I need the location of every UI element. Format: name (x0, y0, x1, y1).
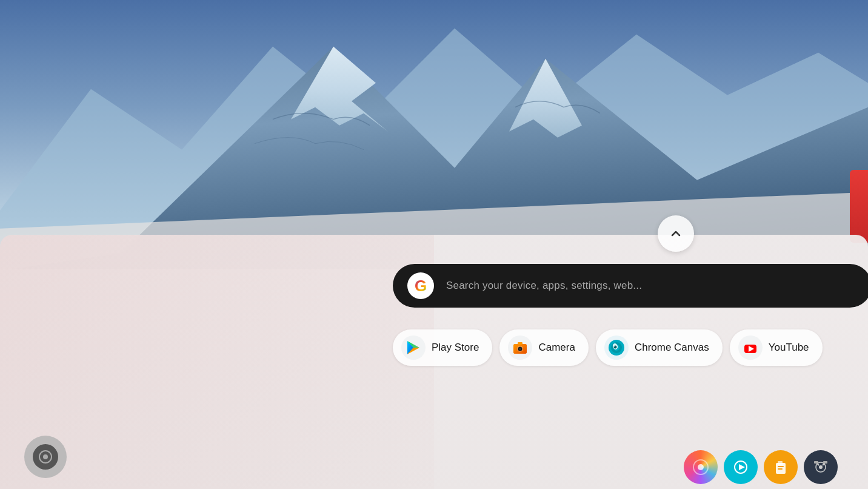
chevron-up-icon (669, 226, 683, 241)
svg-rect-20 (518, 342, 522, 345)
svg-point-25 (613, 346, 616, 349)
play-store-chip[interactable]: Play Store (393, 329, 492, 366)
svg-marker-35 (739, 464, 745, 470)
svg-rect-37 (778, 461, 783, 465)
satellite-svg (812, 458, 830, 476)
svg-rect-39 (778, 468, 783, 470)
svg-point-31 (43, 454, 48, 459)
youtube-chip[interactable]: YouTube (730, 329, 823, 366)
satellite-app-icon[interactable] (804, 450, 838, 484)
launcher-button-inner (33, 444, 58, 470)
app-shelf-row: Play Store Camera (393, 329, 823, 366)
taskbar-icons (684, 450, 838, 484)
play-store-icon (401, 336, 426, 360)
launcher-icon (37, 448, 54, 465)
chrome-canvas-icon (604, 336, 629, 360)
play-store-svg (406, 340, 421, 356)
svg-rect-44 (814, 461, 818, 464)
camera-chip[interactable]: Camera (499, 329, 588, 366)
youtube-svg (741, 339, 760, 357)
youtube-icon (738, 336, 763, 360)
chrome-canvas-svg (607, 339, 626, 357)
red-accent-decoration (850, 170, 868, 243)
camera-svg (512, 339, 529, 356)
svg-point-33 (698, 464, 704, 470)
files-svg (772, 458, 790, 476)
svg-rect-45 (823, 461, 827, 464)
play-store-label: Play Store (432, 342, 479, 354)
media-player-icon[interactable] (724, 450, 758, 484)
search-bar[interactable]: G Search your device, apps, settings, we… (393, 264, 868, 308)
svg-point-18 (519, 348, 521, 350)
chrome-canvas-chip[interactable]: Chrome Canvas (596, 329, 723, 366)
multicolor-app-icon[interactable] (684, 450, 718, 484)
launcher-button[interactable] (24, 436, 67, 478)
google-g-letter: G (415, 277, 427, 295)
chrome-canvas-label: Chrome Canvas (635, 342, 709, 354)
svg-point-26 (614, 346, 615, 347)
search-placeholder-text: Search your device, apps, settings, web.… (446, 280, 642, 292)
multicolor-svg (692, 458, 710, 476)
youtube-label: YouTube (769, 342, 809, 354)
camera-label: Camera (538, 342, 575, 354)
camera-icon (508, 336, 532, 360)
mountain-illustration (0, 0, 868, 269)
svg-rect-38 (778, 466, 784, 467)
launcher-arrow-button[interactable] (658, 215, 694, 252)
svg-point-41 (819, 465, 823, 469)
files-app-icon[interactable] (764, 450, 798, 484)
media-player-svg (732, 458, 750, 476)
google-logo: G (407, 272, 434, 299)
